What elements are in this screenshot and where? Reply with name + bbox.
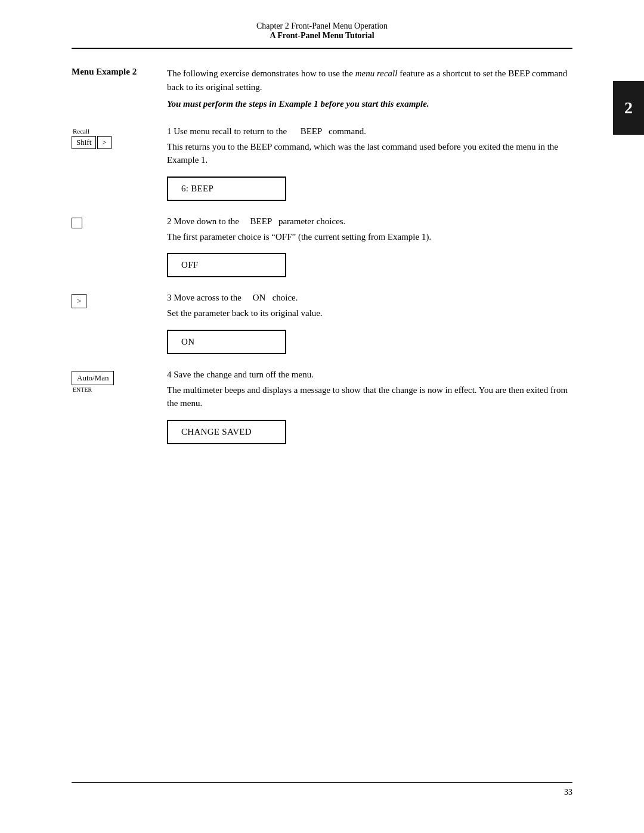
display-box-3: ON (167, 330, 286, 354)
page-number: 33 (72, 788, 572, 797)
chapter-subtitle: A Front-Panel Menu Tutorial (72, 31, 572, 41)
step-key-col-3: > (72, 293, 167, 308)
step-key-col-1: Recall Shift > (72, 126, 167, 149)
chapter-header: Chapter 2 Front-Panel Menu Operation A F… (72, 0, 572, 43)
page: 2 Chapter 2 Front-Panel Menu Operation A… (0, 0, 644, 833)
step-number-3: 3 Move across to the ON choice. (167, 293, 572, 303)
step-row-4: Auto/Man ENTER 4 Save the change and tur… (72, 370, 572, 448)
page-footer: 33 (72, 782, 572, 797)
intro-paragraph-2: You must perform the steps in Example 1 … (167, 97, 572, 111)
display-box-1: 6: BEEP (167, 176, 286, 201)
display-box-4: CHANGE SAVED (167, 420, 286, 444)
step-content-3: 3 Move across to the ON choice. Set the … (167, 293, 572, 358)
main-content: Menu Example 2 The following exercise de… (72, 49, 572, 448)
step-number-1: 1 Use menu recall to return to the BEEP … (167, 126, 572, 137)
menu-example-section: Menu Example 2 The following exercise de… (72, 67, 572, 114)
steps-area: Recall Shift > 1 Use menu recall to retu… (72, 126, 572, 448)
step-key-col-4: Auto/Man ENTER (72, 370, 167, 393)
automan-key: Auto/Man (72, 371, 114, 385)
display-box-2: OFF (167, 253, 286, 277)
chapter-number: 2 (624, 98, 633, 117)
step-row-1: Recall Shift > 1 Use menu recall to retu… (72, 126, 572, 205)
step-key-col-2 (72, 216, 167, 228)
step-content-2: 2 Move down to the BEEP parameter choice… (167, 216, 572, 281)
square-key (72, 218, 82, 228)
greater-key-1: > (97, 136, 111, 149)
step-number-2: 2 Move down to the BEEP parameter choice… (167, 216, 572, 227)
step-content-1: 1 Use menu recall to return to the BEEP … (167, 126, 572, 205)
step-row-2: 2 Move down to the BEEP parameter choice… (72, 216, 572, 281)
section-label: Menu Example 2 (72, 67, 167, 77)
greater-key-2: > (72, 294, 86, 308)
chapter-title: Chapter 2 Front-Panel Menu Operation (72, 21, 572, 31)
key-buttons-1: Shift > (72, 136, 112, 149)
intro-paragraph-1: The following exercise demonstrates how … (167, 67, 572, 94)
step-number-4: 4 Save the change and turn off the menu. (167, 370, 572, 380)
step-body-3: Set the parameter back to its original v… (167, 306, 572, 320)
recall-label: Recall (72, 128, 89, 135)
enter-label: ENTER (72, 386, 92, 393)
chapter-tab: 2 (613, 81, 644, 135)
footer-rule (72, 782, 572, 783)
step-row-3: > 3 Move across to the ON choice. Set th… (72, 293, 572, 358)
shift-key: Shift (72, 136, 96, 149)
step-content-4: 4 Save the change and turn off the menu.… (167, 370, 572, 448)
step-body-2: The first parameter choice is “OFF” (the… (167, 230, 572, 244)
step-body-1: This returns you to the BEEP command, wh… (167, 140, 572, 167)
step-body-4: The multimeter beeps and displays a mess… (167, 383, 572, 410)
section-description: The following exercise demonstrates how … (167, 67, 572, 114)
